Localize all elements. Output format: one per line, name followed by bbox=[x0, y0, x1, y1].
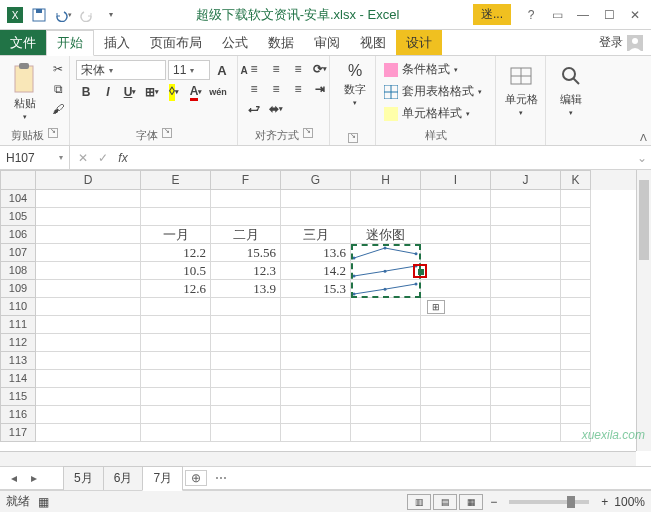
cell-J107[interactable] bbox=[491, 244, 561, 262]
row-header-111[interactable]: 111 bbox=[0, 316, 36, 334]
cell-I107[interactable] bbox=[421, 244, 491, 262]
cell-K111[interactable] bbox=[561, 316, 591, 334]
enter-formula-icon[interactable]: ✓ bbox=[94, 151, 112, 165]
cell-H117[interactable] bbox=[351, 424, 421, 442]
cell-E110[interactable] bbox=[141, 298, 211, 316]
col-header-D[interactable]: D bbox=[36, 170, 141, 190]
excel-icon[interactable]: X bbox=[4, 4, 26, 26]
page-layout-view-icon[interactable]: ▤ bbox=[433, 494, 457, 510]
row-header-107[interactable]: 107 bbox=[0, 244, 36, 262]
sheet-tab-5[interactable]: 5月 bbox=[63, 466, 104, 490]
row-header-114[interactable]: 114 bbox=[0, 370, 36, 388]
tab-file[interactable]: 文件 bbox=[0, 30, 46, 55]
cell-H106[interactable]: 迷你图 bbox=[351, 226, 421, 244]
cell-J112[interactable] bbox=[491, 334, 561, 352]
cell-H115[interactable] bbox=[351, 388, 421, 406]
cell-J109[interactable] bbox=[491, 280, 561, 298]
login-button[interactable]: 登录 bbox=[591, 30, 651, 55]
cell-H116[interactable] bbox=[351, 406, 421, 424]
cell-D110[interactable] bbox=[36, 298, 141, 316]
autofill-options-button[interactable]: ⊞ bbox=[427, 300, 445, 314]
row-header-106[interactable]: 106 bbox=[0, 226, 36, 244]
cell-H114[interactable] bbox=[351, 370, 421, 388]
sheet-nav-next[interactable]: ▸ bbox=[24, 471, 44, 485]
cell-E115[interactable] bbox=[141, 388, 211, 406]
format-as-table-button[interactable]: 套用表格格式▾ bbox=[382, 82, 484, 101]
row-header-108[interactable]: 108 bbox=[0, 262, 36, 280]
font-dialog-launcher[interactable] bbox=[162, 128, 172, 138]
cell-G111[interactable] bbox=[281, 316, 351, 334]
format-painter-icon[interactable]: 🖌 bbox=[48, 100, 68, 118]
cell-J114[interactable] bbox=[491, 370, 561, 388]
cell-D106[interactable] bbox=[36, 226, 141, 244]
cell-H111[interactable] bbox=[351, 316, 421, 334]
align-center-icon[interactable]: ≡ bbox=[266, 80, 286, 98]
vertical-scrollbar[interactable] bbox=[636, 170, 651, 451]
cell-F115[interactable] bbox=[211, 388, 281, 406]
cell-styles-button[interactable]: 单元格样式▾ bbox=[382, 104, 472, 123]
cell-H107[interactable] bbox=[351, 244, 421, 262]
fill-color-button[interactable]: ◊▾ bbox=[164, 83, 184, 101]
sheet-tab-7[interactable]: 7月 bbox=[142, 466, 183, 491]
row-header-104[interactable]: 104 bbox=[0, 190, 36, 208]
cell-I104[interactable] bbox=[421, 190, 491, 208]
new-sheet-button[interactable]: ⊕ bbox=[185, 470, 207, 486]
paste-button[interactable]: 粘贴 ▾ bbox=[6, 60, 44, 123]
cell-F116[interactable] bbox=[211, 406, 281, 424]
cell-G115[interactable] bbox=[281, 388, 351, 406]
cell-F117[interactable] bbox=[211, 424, 281, 442]
undo-icon[interactable]: ▾ bbox=[52, 4, 74, 26]
cell-D111[interactable] bbox=[36, 316, 141, 334]
zoom-out-icon[interactable]: − bbox=[490, 495, 497, 509]
cell-E116[interactable] bbox=[141, 406, 211, 424]
cell-H113[interactable] bbox=[351, 352, 421, 370]
cell-G104[interactable] bbox=[281, 190, 351, 208]
cell-D109[interactable] bbox=[36, 280, 141, 298]
cell-K114[interactable] bbox=[561, 370, 591, 388]
font-size-combo[interactable]: 11▾ bbox=[168, 60, 210, 80]
cell-H105[interactable] bbox=[351, 208, 421, 226]
save-icon[interactable] bbox=[28, 4, 50, 26]
cell-G110[interactable] bbox=[281, 298, 351, 316]
row-header-109[interactable]: 109 bbox=[0, 280, 36, 298]
tab-review[interactable]: 审阅 bbox=[304, 30, 350, 55]
cell-E106[interactable]: 一月 bbox=[141, 226, 211, 244]
tab-formulas[interactable]: 公式 bbox=[212, 30, 258, 55]
horizontal-scrollbar[interactable] bbox=[0, 451, 636, 466]
font-name-combo[interactable]: 宋体▾ bbox=[76, 60, 166, 80]
zoom-slider[interactable] bbox=[509, 500, 589, 504]
cell-J104[interactable] bbox=[491, 190, 561, 208]
cell-J115[interactable] bbox=[491, 388, 561, 406]
cell-E104[interactable] bbox=[141, 190, 211, 208]
cell-K109[interactable] bbox=[561, 280, 591, 298]
col-header-I[interactable]: I bbox=[421, 170, 491, 190]
cell-I114[interactable] bbox=[421, 370, 491, 388]
cell-J117[interactable] bbox=[491, 424, 561, 442]
cell-H104[interactable] bbox=[351, 190, 421, 208]
cell-K112[interactable] bbox=[561, 334, 591, 352]
cell-F107[interactable]: 15.56 bbox=[211, 244, 281, 262]
align-right-icon[interactable]: ≡ bbox=[288, 80, 308, 98]
cell-H108[interactable] bbox=[351, 262, 421, 280]
cell-D117[interactable] bbox=[36, 424, 141, 442]
ribbon-display-icon[interactable]: ▭ bbox=[545, 4, 569, 26]
cell-G107[interactable]: 13.6 bbox=[281, 244, 351, 262]
cell-J113[interactable] bbox=[491, 352, 561, 370]
cell-F109[interactable]: 13.9 bbox=[211, 280, 281, 298]
col-header-E[interactable]: E bbox=[141, 170, 211, 190]
collapse-ribbon-icon[interactable]: ᐱ bbox=[640, 132, 647, 143]
tab-design[interactable]: 设计 bbox=[396, 30, 442, 55]
minimize-icon[interactable]: — bbox=[571, 4, 595, 26]
underline-button[interactable]: U▾ bbox=[120, 83, 140, 101]
cell-G113[interactable] bbox=[281, 352, 351, 370]
cell-F108[interactable]: 12.3 bbox=[211, 262, 281, 280]
cell-I115[interactable] bbox=[421, 388, 491, 406]
cell-K113[interactable] bbox=[561, 352, 591, 370]
cell-E111[interactable] bbox=[141, 316, 211, 334]
cell-G109[interactable]: 15.3 bbox=[281, 280, 351, 298]
bold-button[interactable]: B bbox=[76, 83, 96, 101]
cell-K115[interactable] bbox=[561, 388, 591, 406]
cell-J105[interactable] bbox=[491, 208, 561, 226]
tab-home[interactable]: 开始 bbox=[46, 30, 94, 56]
cut-icon[interactable]: ✂ bbox=[48, 60, 68, 78]
